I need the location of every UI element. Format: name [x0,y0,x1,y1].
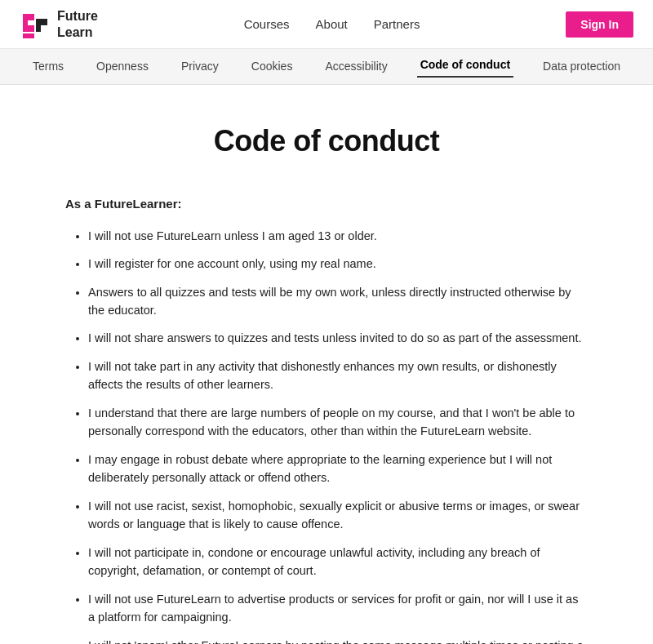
subnav-code-of-conduct[interactable]: Code of conduct [417,56,513,77]
nav-partners[interactable]: Partners [374,15,420,34]
subnav-cookies[interactable]: Cookies [248,57,296,75]
list-item: I may engage in robust debate where appr… [88,451,588,487]
logo[interactable]: Future Learn [20,8,98,39]
logo-text: Future Learn [57,8,98,39]
subnav-data-protection[interactable]: Data protection [540,57,624,75]
svg-marker-1 [36,19,47,32]
page-title: Code of conduct [65,118,588,165]
list-item: I understand that there are large number… [88,404,588,441]
subnav-terms[interactable]: Terms [29,57,67,75]
subnav-accessibility[interactable]: Accessibility [322,57,390,75]
intro-text: As a FutureLearner: [65,194,588,214]
conduct-list: I will not use FutureLearn unless I am a… [65,227,588,644]
main-content: Code of conduct As a FutureLearner: I wi… [49,85,604,644]
site-header: Future Learn Courses About Partners Sign… [0,0,653,49]
list-item: I will not 'spam' other FutureLearners b… [88,637,588,644]
subnav: Terms Openness Privacy Cookies Accessibi… [0,49,653,85]
subnav-openness[interactable]: Openness [93,57,152,75]
list-item: I will not use FutureLearn to advertise … [88,590,588,627]
signin-button[interactable]: Sign In [566,11,633,38]
list-item: I will register for one account only, us… [88,255,588,273]
list-item: I will not use racist, sexist, homophobi… [88,497,588,534]
list-item: I will not participate in, condone or en… [88,544,588,580]
svg-marker-0 [23,14,34,32]
list-item: I will not share answers to quizzes and … [88,329,588,347]
logo-icon [20,9,51,40]
list-item: Answers to all quizzes and tests will be… [88,283,588,320]
nav-courses[interactable]: Courses [244,15,290,34]
list-item: I will not take part in any activity tha… [88,358,588,394]
subnav-privacy[interactable]: Privacy [178,57,222,75]
nav-about[interactable]: About [316,15,348,34]
list-item: I will not use FutureLearn unless I am a… [88,227,588,245]
main-nav: Courses About Partners [244,15,420,34]
svg-marker-2 [23,33,34,38]
